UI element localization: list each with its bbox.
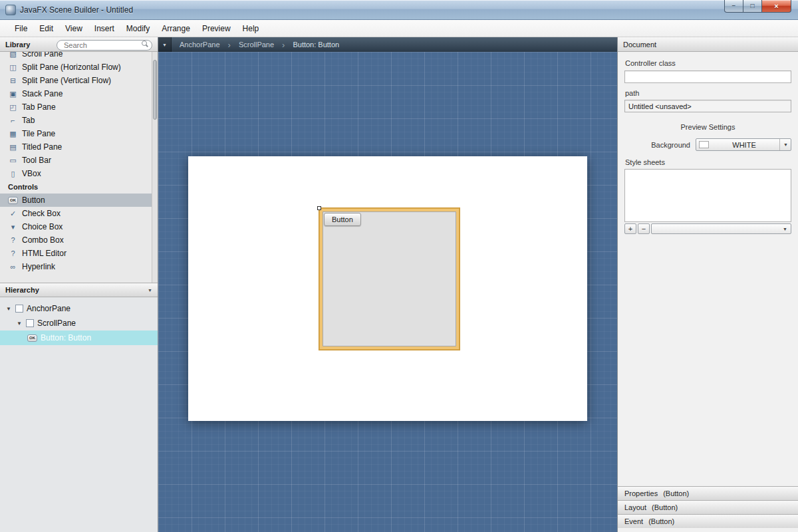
close-icon: × (774, 3, 778, 10)
hierarchy-title: Hierarchy (5, 286, 39, 294)
library-item-label: Split Pane (Horizontal Flow) (22, 63, 121, 72)
disclosure-triangle-icon[interactable]: ▼ (16, 321, 23, 327)
library-item-label: Scroll Pane (22, 52, 63, 59)
library-item-combo-box[interactable]: ? Combo Box (0, 233, 158, 247)
canvas-area[interactable]: Button (158, 52, 617, 532)
library-item-choice-box[interactable]: ▾ Choice Box (0, 220, 158, 233)
minimize-button[interactable]: − (724, 0, 743, 13)
library-item-tile-pane[interactable]: ▦ Tile Pane (0, 127, 158, 140)
style-sheets-list[interactable] (624, 169, 791, 222)
hierarchy-node-scrollpane[interactable]: ▼ ScrollPane (0, 316, 158, 331)
hierarchy-dropdown-icon[interactable]: ▼ (148, 288, 152, 293)
library-item-label: VBox (22, 169, 41, 178)
library-item-label: Stack Pane (22, 89, 63, 98)
app-window: JavaFX Scene Builder - Untitled − □ × Fi… (0, 0, 798, 532)
section-label: Layout (624, 503, 646, 511)
titlebar[interactable]: JavaFX Scene Builder - Untitled − □ × (0, 0, 798, 20)
section-layout[interactable]: Layout (Button) (618, 500, 798, 514)
stylesheet-dropdown[interactable]: ▼ (651, 223, 791, 234)
canvas-button[interactable]: Button (324, 213, 361, 226)
section-target: (Button) (663, 489, 689, 497)
library-scrollbar[interactable] (152, 52, 158, 283)
section-label: Event (624, 517, 643, 525)
library-item-label: Tile Pane (22, 129, 55, 138)
library-item-button[interactable]: OK Button (0, 194, 158, 207)
menu-preview[interactable]: Preview (196, 21, 237, 36)
library-item-tab[interactable]: ⌐ Tab (0, 114, 158, 127)
search-input[interactable] (57, 40, 152, 51)
menu-view[interactable]: View (59, 21, 88, 36)
library-item-tab-pane[interactable]: ◰ Tab Pane (0, 100, 158, 114)
split-pane-horizontal-icon: ◫ (8, 63, 18, 72)
library-item-tool-bar[interactable]: ▭ Tool Bar (0, 154, 158, 167)
section-properties[interactable]: Properties (Button) (618, 486, 798, 500)
remove-stylesheet-button[interactable]: − (638, 223, 650, 234)
section-event[interactable]: Event (Button) (618, 514, 798, 528)
section-target: (Button) (652, 503, 678, 511)
library-item-stack-pane[interactable]: ▣ Stack Pane (0, 87, 158, 100)
breadcrumb-item-anchorpane[interactable]: AnchorPane (172, 41, 228, 49)
library-item-label: Choice Box (22, 222, 63, 231)
document-title: Document (623, 41, 656, 49)
menu-insert[interactable]: Insert (88, 21, 120, 36)
library-title: Library (5, 41, 30, 49)
dropdown-arrow-icon: ▼ (783, 227, 787, 231)
scrollpane-node[interactable]: Button (319, 208, 460, 350)
combo-box-icon: ? (8, 236, 18, 244)
menu-arrange[interactable]: Arrange (156, 21, 196, 36)
breadcrumb-item-button[interactable]: Button: Button (285, 41, 347, 49)
hierarchy-node-anchorpane[interactable]: ▼ AnchorPane (0, 301, 158, 316)
library-controls-header: Controls (0, 180, 158, 194)
white-color-swatch (699, 141, 709, 148)
menu-modify[interactable]: Modify (120, 21, 156, 36)
library-item-split-pane-horizontal[interactable]: ◫ Split Pane (Horizontal Flow) (0, 61, 158, 74)
library-item-label: Button (22, 196, 45, 205)
controller-class-input[interactable] (624, 70, 791, 83)
library-item-titled-pane[interactable]: ▤ Titled Pane (0, 140, 158, 154)
anchorpane-canvas[interactable]: Button (188, 156, 587, 421)
library-item-split-pane-vertical[interactable]: ⊟ Split Pane (Vertical Flow) (0, 74, 158, 87)
path-input[interactable] (624, 100, 791, 112)
library-item-label: Titled Pane (22, 142, 62, 152)
breadcrumb: ▼ AnchorPane › ScrollPane › Button: Butt… (158, 37, 617, 52)
hierarchy-node-label: AnchorPane (27, 304, 70, 313)
controller-class-label: Controller class (625, 59, 791, 67)
main-area: Library ▧ Scroll Pane ◫ Split Pane (Hori… (0, 37, 798, 532)
menu-file[interactable]: File (9, 21, 33, 36)
disclosure-triangle-icon[interactable]: ▼ (5, 306, 12, 312)
scrollpane-content[interactable]: Button (323, 211, 456, 346)
inspector-body: Controller class path Preview Settings B… (618, 52, 798, 486)
hierarchy-tree: ▼ AnchorPane ▼ ScrollPane OK Button: But… (0, 297, 158, 532)
library-item-label: Tab Pane (22, 102, 56, 112)
background-value: WHITE (712, 141, 777, 149)
app-icon (5, 5, 16, 15)
inspector-sections: Properties (Button) Layout (Button) Even… (618, 486, 798, 532)
library-item-label: HTML Editor (22, 249, 66, 258)
minimize-icon: − (732, 3, 736, 9)
library-item-hyperlink[interactable]: ∞ Hyperlink (0, 260, 158, 273)
scroll-pane-icon: ▧ (8, 52, 18, 59)
background-combo[interactable]: WHITE ▼ (696, 138, 791, 151)
library-item-label: Combo Box (22, 235, 64, 245)
library-item-html-editor[interactable]: ? HTML Editor (0, 247, 158, 260)
scrollpane-icon (26, 319, 34, 327)
breadcrumb-item-scrollpane[interactable]: ScrollPane (231, 41, 282, 49)
style-sheets-label: Style sheets (625, 158, 791, 166)
tab-icon: ⌐ (8, 116, 18, 124)
preview-settings-title: Preview Settings (624, 123, 791, 131)
menu-edit[interactable]: Edit (33, 21, 59, 36)
close-button[interactable]: × (761, 0, 791, 13)
library-scrollbar-thumb[interactable] (153, 60, 157, 120)
add-stylesheet-button[interactable]: + (624, 223, 636, 234)
library-item-vbox[interactable]: ▯ VBox (0, 167, 158, 180)
hierarchy-node-button[interactable]: OK Button: Button (0, 331, 158, 345)
menu-help[interactable]: Help (237, 21, 265, 36)
menu-bar: File Edit View Insert Modify Arrange Pre… (0, 20, 798, 37)
library-item-label: Tab (22, 116, 35, 125)
breadcrumb-menu-button[interactable]: ▼ (158, 37, 172, 52)
maximize-button[interactable]: □ (743, 0, 761, 13)
stack-pane-icon: ▣ (8, 90, 18, 98)
library-item-check-box[interactable]: ✓ Check Box (0, 207, 158, 220)
library-item-scroll-pane[interactable]: ▧ Scroll Pane (0, 52, 158, 61)
selection-handle[interactable] (317, 206, 321, 210)
